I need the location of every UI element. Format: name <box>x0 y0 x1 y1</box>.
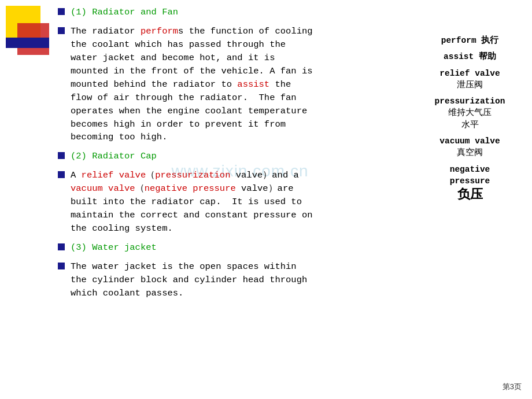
bullet-text: The water jacket is the open spaces with… <box>71 260 307 300</box>
vocab-entry-relief-valve: relief valve 泄压阀 <box>419 68 520 91</box>
vocab-en: perform 执行 <box>419 35 520 46</box>
vocab-en: relief valve <box>419 68 520 79</box>
highlight-assist: assist <box>237 79 269 90</box>
list-item: (2) Radiator Cap <box>58 150 411 163</box>
main-content: (1) Radiator and Fan The radiator perfor… <box>58 6 411 306</box>
bullet-icon <box>58 263 65 269</box>
highlight-vacuum-valve: vacuum valve <box>71 183 135 194</box>
page-number: 第3页 <box>503 382 522 392</box>
highlight-perform: perform <box>141 26 178 36</box>
bullet-icon <box>58 171 65 178</box>
bullet-text: A relief valve（pressurization valve）and … <box>71 169 313 235</box>
vocab-panel: perform 执行 assist 帮助 relief valve 泄压阀 pr… <box>419 35 520 209</box>
highlight-pressurization: pressurization <box>155 170 230 180</box>
bullet-icon <box>58 152 65 159</box>
bullet-text: The radiator performs the function of co… <box>71 25 313 144</box>
vocab-entry-vacuum-valve: vacuum valve 真空阀 <box>419 135 520 159</box>
list-item: A relief valve（pressurization valve）and … <box>58 169 411 235</box>
bullet-icon <box>58 243 65 250</box>
vocab-en: vacuum valve <box>419 135 520 147</box>
list-item: The water jacket is the open spaces with… <box>58 260 411 300</box>
highlight-negative-pressure: negative pressure <box>145 183 236 194</box>
vocab-entry-perform: perform 执行 <box>419 35 520 46</box>
vocab-en: assist 帮助 <box>419 51 520 62</box>
bullet-icon <box>58 8 65 15</box>
bullet-text: (2) Radiator Cap <box>71 150 157 163</box>
vocab-entry-pressurization: pressurization 维持大气压水平 <box>419 95 520 131</box>
bullet-text: (3) Water jacket <box>71 241 157 254</box>
list-item: (3) Water jacket <box>58 241 411 254</box>
vocab-zh-large: 负压 <box>419 187 520 205</box>
vocab-en: pressurization <box>419 95 520 107</box>
bullet-text: (1) Radiator and Fan <box>71 6 178 19</box>
vocab-entry-assist: assist 帮助 <box>419 51 520 62</box>
list-item: The radiator performs the function of co… <box>58 25 411 144</box>
list-item: (1) Radiator and Fan <box>58 6 411 19</box>
highlight-relief-valve: relief valve <box>82 170 146 180</box>
decorative-squares <box>0 0 64 93</box>
vocab-zh: 维持大气压水平 <box>419 107 520 131</box>
vocab-zh: 真空阀 <box>419 147 520 158</box>
vocab-entry-negative-pressure: negativepressure 负压 <box>419 164 520 205</box>
vocab-zh: 泄压阀 <box>419 79 520 91</box>
bullet-icon <box>58 27 65 34</box>
vocab-en: negativepressure <box>419 164 520 187</box>
deco-blue-bar <box>6 38 49 48</box>
